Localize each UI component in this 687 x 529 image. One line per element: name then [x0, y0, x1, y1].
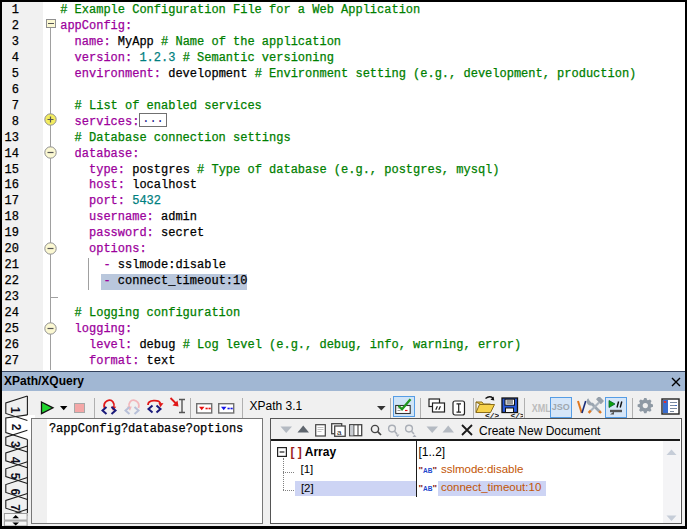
svg-text:</>: </> — [510, 410, 523, 418]
svg-text:4: 4 — [8, 457, 22, 464]
svg-text:a: a — [337, 428, 342, 437]
svg-text:1: 1 — [8, 407, 22, 414]
svg-text:3: 3 — [8, 441, 22, 448]
svg-text:</>: </> — [485, 411, 499, 419]
svg-text:7: 7 — [8, 504, 22, 511]
svg-text:2: 2 — [9, 424, 23, 431]
svg-text:6: 6 — [8, 488, 22, 495]
svg-text:5: 5 — [8, 473, 22, 480]
